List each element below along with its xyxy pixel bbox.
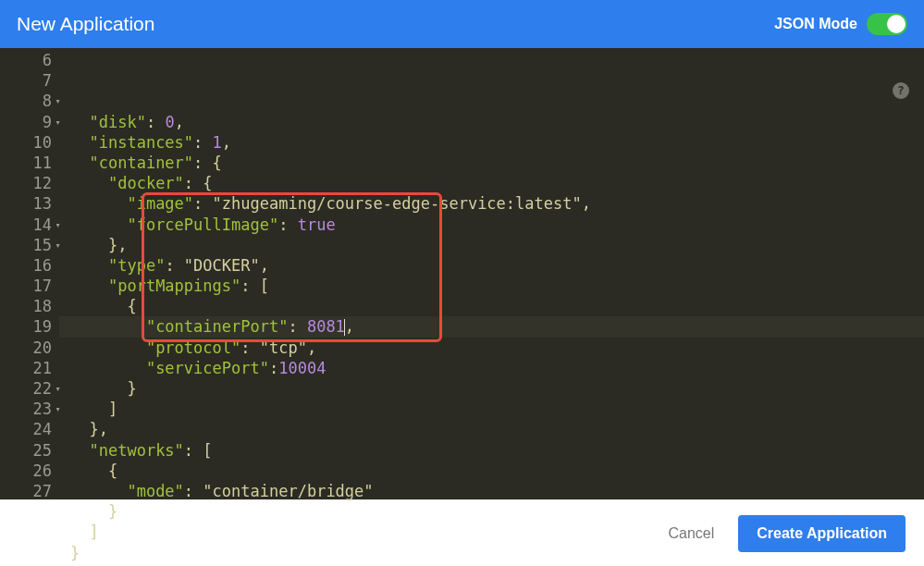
- header-right: JSON Mode: [774, 13, 907, 35]
- line-number: 8: [0, 91, 59, 111]
- line-number: 14: [0, 215, 59, 235]
- json-mode-toggle[interactable]: [867, 13, 907, 35]
- line-number: 7: [0, 70, 59, 91]
- line-number: 20: [0, 338, 59, 358]
- line-number: 15: [0, 235, 59, 255]
- code-line[interactable]: },: [59, 419, 924, 439]
- line-number: 27: [0, 481, 59, 501]
- code-line[interactable]: {: [59, 461, 924, 481]
- code-line[interactable]: }: [59, 543, 924, 563]
- line-number: 17: [0, 276, 59, 296]
- code-line[interactable]: }: [59, 378, 924, 399]
- code-line[interactable]: "disk": 0,: [59, 112, 924, 132]
- line-number: 23: [0, 399, 59, 419]
- line-number: 13: [0, 193, 59, 214]
- line-number: 11: [0, 153, 59, 173]
- code-line[interactable]: "mode": "container/bridge": [59, 481, 924, 501]
- line-number: 9: [0, 112, 59, 132]
- line-number: 19: [0, 316, 59, 337]
- help-icon[interactable]: ?: [893, 82, 909, 99]
- line-number: 12: [0, 173, 59, 193]
- line-gutter: 6789101112131415161718192021222324252627: [0, 48, 59, 499]
- code-line[interactable]: "image": "zhugeaming/course-edge-service…: [59, 193, 924, 214]
- modal-header: New Application JSON Mode: [0, 0, 924, 48]
- code-line[interactable]: "docker": {: [59, 173, 924, 193]
- code-line[interactable]: "instances": 1,: [59, 132, 924, 153]
- code-line[interactable]: }: [59, 501, 924, 522]
- line-number: 25: [0, 440, 59, 461]
- code-line[interactable]: "portMappings": [: [59, 276, 924, 296]
- line-number: 10: [0, 132, 59, 153]
- json-mode-label: JSON Mode: [774, 16, 857, 32]
- code-line[interactable]: },: [59, 235, 924, 255]
- code-line[interactable]: ]: [59, 399, 924, 419]
- code-area[interactable]: "disk": 0, "instances": 1, "container": …: [59, 48, 924, 499]
- code-line[interactable]: "networks": [: [59, 440, 924, 461]
- line-number: 24: [0, 419, 59, 439]
- code-line[interactable]: ]: [59, 522, 924, 542]
- line-number: 6: [0, 50, 59, 70]
- line-number: 16: [0, 255, 59, 276]
- code-line[interactable]: "type": "DOCKER",: [59, 255, 924, 276]
- page-title: New Application: [17, 13, 154, 35]
- code-line[interactable]: "container": {: [59, 153, 924, 173]
- code-line[interactable]: "servicePort":10004: [59, 358, 924, 378]
- line-number: 26: [0, 461, 59, 481]
- line-number: 18: [0, 296, 59, 316]
- toggle-knob: [887, 15, 906, 33]
- json-editor[interactable]: 6789101112131415161718192021222324252627…: [0, 48, 924, 499]
- line-number: 22: [0, 378, 59, 399]
- code-line[interactable]: "protocol": "tcp",: [59, 338, 924, 358]
- code-line[interactable]: "containerPort": 8081,: [59, 316, 924, 337]
- code-line[interactable]: "forcePullImage": true: [59, 215, 924, 235]
- code-line[interactable]: {: [59, 296, 924, 316]
- line-number: 21: [0, 358, 59, 378]
